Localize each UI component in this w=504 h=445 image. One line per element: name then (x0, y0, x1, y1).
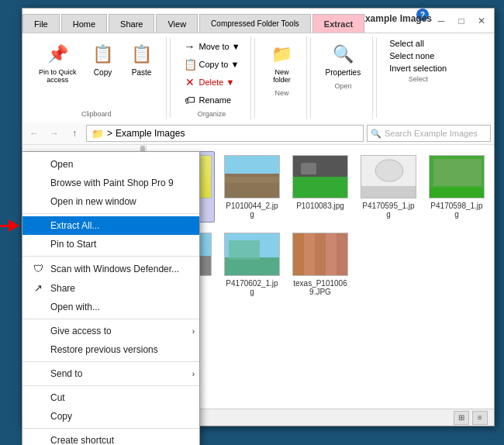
address-text: > (107, 128, 112, 139)
select-actions: Select all Select none Invert selection (386, 38, 450, 74)
menu-label-scan: Scan with Windows Defender... (50, 264, 179, 274)
menu-item-browse-paintshop[interactable]: Browse with Paint Shop Pro 9 (22, 174, 199, 192)
copy-button[interactable]: 📋 Copy (85, 38, 121, 81)
menu-item-share[interactable]: ↗ Share (22, 278, 199, 298)
photo-thumbnail-1 (224, 155, 280, 198)
svg-rect-22 (326, 233, 337, 276)
rename-icon: 🏷 (184, 94, 196, 106)
menu-item-restore-versions[interactable]: Restore previous versions (22, 340, 199, 359)
separator-3 (22, 319, 199, 319)
tab-compressed[interactable]: Compressed Folder Tools (199, 14, 311, 33)
tab-extract[interactable]: Extract (312, 14, 364, 33)
copy-to-button[interactable]: 📋 Copy to ▼ (180, 56, 244, 73)
copy-icon: 📋 (91, 42, 116, 67)
invert-selection-button[interactable]: Invert selection (386, 63, 450, 74)
file-name-p4170595: P4170595_1.jpg (361, 202, 416, 219)
close-button[interactable]: ✕ (472, 12, 491, 29)
menu-item-cut[interactable]: Cut (22, 388, 199, 407)
file-item-texas[interactable]: texas_P1010069.JPG (289, 229, 351, 300)
svg-rect-8 (361, 186, 416, 198)
back-button[interactable]: ← (26, 125, 43, 142)
menu-label-open-new-window: Open in new window (50, 196, 136, 207)
new-label: New (275, 89, 289, 97)
list-view-button[interactable]: ≡ (472, 411, 488, 425)
ribbon-group-new: 📁 Newfolder New (258, 36, 307, 119)
menu-item-copy[interactable]: Copy (22, 407, 199, 426)
menu-label-pin-start: Pin to Start (50, 239, 96, 250)
minimize-button[interactable]: ─ (432, 12, 450, 29)
svg-rect-10 (433, 159, 482, 186)
divider-1 (170, 38, 171, 118)
tab-file[interactable]: File (22, 14, 60, 33)
file-item-p1010044[interactable]: P1010044_2.jpg (221, 151, 283, 222)
photo-thumbnail-6 (224, 233, 280, 276)
svg-rect-11 (430, 188, 484, 198)
large-icons-view-button[interactable]: ⊞ (454, 411, 469, 425)
menu-item-send-to[interactable]: Send to › (22, 364, 199, 383)
red-arrow-indicator (0, 219, 19, 232)
svg-rect-23 (337, 233, 347, 276)
open-label: Open (334, 82, 351, 90)
menu-item-pin-start[interactable]: Pin to Start (22, 235, 199, 254)
menu-item-open-with[interactable]: Open with... (22, 298, 199, 316)
address-path[interactable]: 📁 > Example Images (86, 125, 364, 142)
svg-rect-5 (301, 163, 316, 174)
svg-rect-2 (225, 177, 279, 183)
menu-label-restore: Restore previous versions (50, 344, 158, 355)
clipboard-actions: 📌 Pin to Quickaccess 📋 Copy 📋 Paste (33, 38, 160, 109)
menu-label-send-to: Send to (50, 368, 82, 379)
delete-icon: ✕ (184, 76, 196, 88)
photo-thumbnail-4 (429, 155, 485, 198)
title-bar: File Home Share View Compressed Folder T… (22, 9, 494, 33)
arrow-icon-access: › (192, 327, 195, 336)
tab-view[interactable]: View (156, 14, 198, 33)
file-item-p4170595[interactable]: P4170595_1.jpg (357, 151, 419, 222)
new-folder-button[interactable]: 📁 Newfolder (264, 38, 300, 88)
share-icon: ↗ (32, 282, 44, 294)
window-controls: ─ □ ✕ (429, 9, 494, 33)
file-name-p1010044: P1010044_2.jpg (225, 202, 279, 219)
menu-item-create-shortcut[interactable]: Create shortcut (22, 431, 199, 445)
paste-button[interactable]: 📋 Paste (124, 38, 160, 81)
paste-icon: 📋 (129, 42, 154, 67)
search-box[interactable]: 🔍 Search Example Images (367, 125, 491, 142)
select-all-button[interactable]: Select all (386, 38, 450, 49)
menu-label-create-shortcut: Create shortcut (50, 435, 114, 445)
properties-button[interactable]: 🔍 Properties (320, 38, 367, 81)
organize-actions: → Move to ▼ 📋 Copy to ▼ ✕ Delete ▼ 🏷 Ren… (180, 38, 244, 109)
window-title: Example Images (359, 13, 432, 24)
ribbon-group-organize: → Move to ▼ 📋 Copy to ▼ ✕ Delete ▼ 🏷 Ren… (174, 36, 251, 119)
tab-home[interactable]: Home (61, 14, 107, 33)
ribbon-group-open: 🔍 Properties Open (314, 36, 374, 119)
ribbon-group-select: Select all Select none Invert selection … (380, 36, 456, 119)
svg-rect-17 (229, 240, 260, 260)
separator-4 (22, 361, 199, 362)
tab-share[interactable]: Share (109, 14, 154, 33)
file-item-p1010083[interactable]: P1010083.jpg (289, 151, 351, 222)
file-item-p4170602[interactable]: P4170602_1.jpg (221, 229, 283, 300)
divider-3 (310, 38, 311, 118)
maximize-button[interactable]: □ (452, 12, 471, 29)
select-none-button[interactable]: Select none (386, 50, 450, 61)
menu-item-open-new-window[interactable]: Open in new window (22, 192, 199, 211)
rename-button[interactable]: 🏷 Rename (180, 91, 244, 109)
menu-item-extract-all[interactable]: Extract All... (22, 216, 199, 235)
file-name-texas: texas_P1010069.JPG (293, 279, 347, 296)
up-button[interactable]: ↑ (66, 125, 83, 142)
organize-label: Organize (198, 110, 226, 118)
pin-to-quick-access-button[interactable]: 📌 Pin to Quickaccess (33, 38, 82, 88)
menu-label-give-access: Give access to (50, 326, 112, 336)
menu-item-open[interactable]: Open (22, 155, 199, 174)
forward-button[interactable]: → (46, 125, 63, 142)
defender-icon: 🛡 (32, 263, 44, 274)
file-item-p4170598[interactable]: P4170598_1.jpg (426, 151, 488, 222)
svg-rect-19 (293, 233, 304, 276)
menu-item-scan-defender[interactable]: 🛡 Scan with Windows Defender... (22, 259, 199, 278)
svg-rect-20 (304, 233, 315, 276)
svg-rect-4 (293, 177, 347, 198)
menu-item-give-access[interactable]: Give access to › (22, 322, 199, 340)
ribbon-group-clipboard: 📌 Pin to Quickaccess 📋 Copy 📋 Paste Clip… (27, 36, 167, 119)
move-to-button[interactable]: → Move to ▼ (180, 38, 244, 55)
delete-button[interactable]: ✕ Delete ▼ (180, 74, 244, 91)
menu-label-share: Share (50, 283, 75, 294)
